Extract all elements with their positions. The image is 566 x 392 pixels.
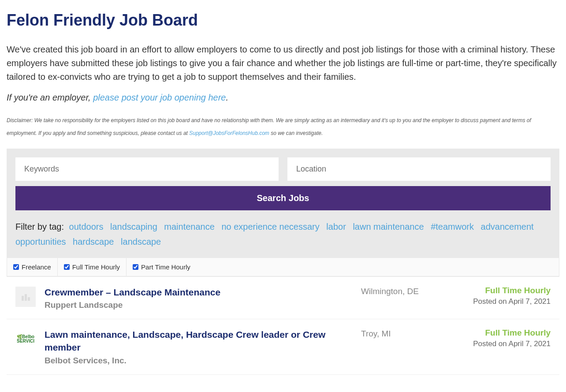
job-meta: Full Time HourlyPosted on April 7, 2021 (458, 286, 559, 306)
disclaimer-text: Disclaimer: We take no responsibility fo… (7, 114, 559, 140)
job-company: Ruppert Landscape (45, 300, 352, 310)
job-location: Wilmington, DE (361, 286, 458, 296)
job-title[interactable]: Crewmember – Landscape Maintenance (45, 286, 352, 299)
filter-tag[interactable]: maintenance (164, 222, 215, 231)
support-email-link[interactable]: Support@JobsForFelonsHub.com (189, 130, 269, 136)
job-type-filter[interactable]: Full Time Hourly (58, 258, 127, 276)
company-logo (15, 287, 36, 307)
disclaimer-part2: so we can investigate. (269, 130, 323, 136)
intro-text: We've created this job board in an effor… (7, 43, 559, 84)
page-title: Felon Friendly Job Board (7, 11, 559, 30)
job-type-filter[interactable]: Freelance (7, 258, 58, 276)
filter-tags: Filter by tag: outdoors landscaping main… (15, 219, 551, 249)
filter-tag[interactable]: advancement (481, 222, 534, 231)
filter-label: Filter by tag: (15, 222, 64, 231)
job-location: Troy, MI (361, 328, 458, 339)
job-row[interactable]: Crewmember – Landscape MaintenanceRupper… (7, 277, 559, 319)
search-button[interactable]: Search Jobs (15, 186, 551, 210)
job-type-badge: Full Time Hourly (458, 286, 551, 295)
filter-tag[interactable]: labor (326, 222, 346, 231)
filter-tag[interactable]: landscaping (110, 222, 157, 231)
filter-tag[interactable]: outdoors (69, 222, 104, 231)
keywords-input[interactable] (15, 157, 279, 181)
job-type-filter[interactable]: Part Time Hourly (127, 258, 197, 276)
job-main: Crewmember – Landscape MaintenanceRupper… (45, 286, 361, 310)
svg-rect-1 (25, 294, 27, 301)
filter-tag[interactable]: hardscape (73, 237, 114, 246)
filter-tag[interactable]: no experience necessary (221, 222, 319, 231)
employer-prefix: If you're an employer, (7, 93, 93, 102)
job-title[interactable]: Lawn maintenance, Landscape, Hardscape C… (45, 328, 352, 354)
job-type-label: Full Time Hourly (72, 263, 120, 271)
job-posted-date: Posted on April 7, 2021 (458, 297, 551, 306)
location-input[interactable] (287, 157, 551, 181)
filter-tag[interactable]: opportunities (15, 237, 66, 246)
employer-suffix: . (226, 93, 228, 102)
search-panel: Search Jobs Filter by tag: outdoors land… (7, 149, 559, 258)
filter-tag[interactable]: lawn maintenance (353, 222, 424, 231)
job-type-checkbox[interactable] (133, 264, 138, 270)
job-meta: Full Time HourlyPosted on April 7, 2021 (458, 328, 559, 348)
job-type-checkbox[interactable] (64, 264, 70, 270)
job-list: Crewmember – Landscape MaintenanceRupper… (7, 276, 559, 375)
job-company: Belbot Services, Inc. (45, 356, 352, 366)
filter-tag[interactable]: #teamwork (431, 222, 474, 231)
svg-rect-2 (28, 297, 30, 301)
search-row (15, 157, 551, 181)
job-row[interactable]: 🌿BelboSERVICILawn maintenance, Landscape… (7, 319, 559, 375)
svg-rect-0 (22, 296, 24, 301)
job-type-bar: FreelanceFull Time HourlyPart Time Hourl… (7, 258, 559, 276)
job-main: Lawn maintenance, Landscape, Hardscape C… (45, 328, 361, 366)
job-posted-date: Posted on April 7, 2021 (458, 340, 551, 348)
job-type-badge: Full Time Hourly (458, 328, 551, 338)
filter-tag[interactable]: landscape (121, 237, 161, 246)
job-type-label: Part Time Hourly (141, 263, 190, 271)
job-type-label: Freelance (22, 263, 51, 271)
job-type-checkbox[interactable] (13, 264, 19, 270)
company-logo: 🌿BelboSERVICI (15, 329, 36, 349)
post-job-link[interactable]: please post your job opening here (93, 93, 226, 102)
employer-line: If you're an employer, please post your … (7, 93, 559, 103)
